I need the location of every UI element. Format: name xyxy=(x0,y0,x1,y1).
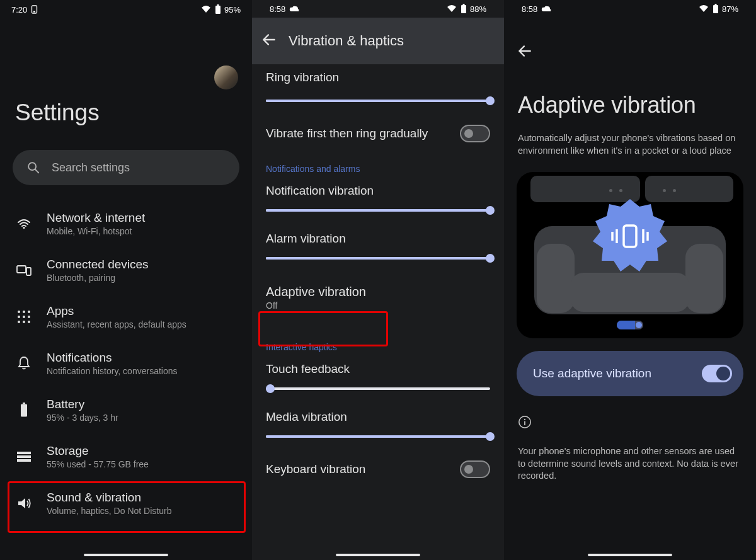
svg-rect-26 xyxy=(713,5,718,13)
slider-label: Touch feedback xyxy=(266,362,490,376)
status-time: 7:20 xyxy=(11,5,27,14)
slider-track[interactable] xyxy=(266,257,490,260)
svg-rect-21 xyxy=(17,455,31,458)
settings-item-notifications[interactable]: Notifications Notification history, conv… xyxy=(0,340,252,387)
use-adaptive-vibration-toggle[interactable]: Use adaptive vibration xyxy=(517,351,743,396)
bell-icon xyxy=(16,356,32,371)
nav-pill[interactable] xyxy=(588,554,672,556)
devices-icon xyxy=(16,264,32,277)
page-subtitle: Automatically adjust your phone's vibrat… xyxy=(504,118,756,157)
svg-point-9 xyxy=(18,311,20,313)
vibrate-first-toggle[interactable]: Vibrate first then ring gradually xyxy=(252,116,504,151)
svg-point-6 xyxy=(23,227,25,229)
slider-label: Notification vibration xyxy=(266,184,490,198)
storage-icon xyxy=(16,450,32,463)
battery-status-icon xyxy=(215,4,221,14)
toggle-label: Use adaptive vibration xyxy=(533,367,651,380)
settings-item-apps[interactable]: Apps Assistant, recent apps, default app… xyxy=(0,294,252,340)
slider-track[interactable] xyxy=(266,435,490,438)
nav-pill[interactable] xyxy=(336,554,420,556)
info-note: Your phone's microphone and other sensor… xyxy=(504,431,756,483)
search-settings[interactable]: Search settings xyxy=(13,150,239,185)
vibration-haptics-panel: 8:58 88% Vibration & haptics Ring vibrat… xyxy=(252,0,504,560)
settings-item-connected-devices[interactable]: Connected devices Bluetooth, pairing xyxy=(0,247,252,294)
svg-rect-18 xyxy=(23,403,25,404)
svg-rect-25 xyxy=(714,4,716,5)
wifi-icon xyxy=(16,217,32,230)
panel-body: Ring vibration Vibrate first then ring g… xyxy=(252,64,504,560)
media-vibration-slider[interactable]: Media vibration xyxy=(252,404,504,452)
cloud-icon xyxy=(541,6,551,12)
touch-feedback-slider[interactable]: Touch feedback xyxy=(252,356,504,404)
section-label: Notifications and alarms xyxy=(252,151,504,178)
back-button[interactable] xyxy=(517,50,533,61)
wifi-status-icon xyxy=(698,4,709,13)
svg-rect-7 xyxy=(17,266,26,273)
item-sub: Assistant, recent apps, default apps xyxy=(47,319,186,329)
page-title: Adaptive vibration xyxy=(504,69,756,118)
settings-item-storage[interactable]: Storage 55% used - 57.75 GB free xyxy=(0,433,252,480)
item-sub: Volume, haptics, Do Not Disturb xyxy=(47,506,171,516)
status-battery-pct: 87% xyxy=(722,4,738,14)
info-icon xyxy=(518,415,742,431)
slider-track[interactable] xyxy=(266,387,490,390)
switch[interactable] xyxy=(702,365,732,382)
section-label: Interactive haptics xyxy=(252,324,504,356)
ring-vibration-slider[interactable]: Ring vibration xyxy=(252,64,504,116)
item-title: Sound & vibration xyxy=(47,491,171,505)
item-title: Network & internet xyxy=(47,211,145,225)
vibration-badge-icon xyxy=(589,195,671,280)
keyboard-vibration-toggle[interactable]: Keyboard vibration xyxy=(252,452,504,487)
illustration-card xyxy=(517,172,743,338)
item-sub: 55% used - 57.75 GB free xyxy=(47,459,149,469)
svg-point-16 xyxy=(23,321,25,323)
slider-track[interactable] xyxy=(266,100,490,102)
nav-pill[interactable] xyxy=(84,554,168,556)
switch[interactable] xyxy=(460,460,490,478)
search-icon xyxy=(26,161,40,174)
settings-item-network[interactable]: Network & internet Mobile, Wi-Fi, hotspo… xyxy=(0,200,252,247)
slider-label: Ring vibration xyxy=(266,71,490,84)
item-sub: Bluetooth, pairing xyxy=(47,273,149,283)
toggle-label: Vibrate first then ring gradually xyxy=(266,127,428,140)
svg-rect-23 xyxy=(462,4,464,5)
back-button[interactable] xyxy=(261,31,277,50)
svg-point-13 xyxy=(23,316,25,318)
settings-item-sound-vibration[interactable]: Sound & vibration Volume, haptics, Do No… xyxy=(0,480,252,527)
notification-vibration-slider[interactable]: Notification vibration xyxy=(252,178,504,226)
status-time: 8:58 xyxy=(270,4,285,14)
svg-rect-20 xyxy=(17,452,31,454)
alarm-vibration-slider[interactable]: Alarm vibration xyxy=(252,226,504,273)
settings-item-battery[interactable]: Battery 95% - 3 days, 3 hr xyxy=(0,387,252,433)
link-sub: Off xyxy=(266,300,490,311)
item-title: Connected devices xyxy=(47,258,149,271)
search-placeholder: Search settings xyxy=(52,161,130,174)
svg-rect-19 xyxy=(21,404,27,417)
item-sub: 95% - 3 days, 3 hr xyxy=(47,413,118,423)
item-title: Storage xyxy=(47,444,149,458)
page-title: Settings xyxy=(0,100,252,126)
status-battery-pct: 95% xyxy=(224,5,241,14)
header-title: Vibration & haptics xyxy=(289,33,404,49)
wifi-status-icon xyxy=(446,4,457,13)
svg-rect-1 xyxy=(33,11,35,13)
item-title: Notifications xyxy=(47,351,178,365)
status-bar: 7:20 95% xyxy=(0,0,252,19)
settings-panel: 7:20 95% Settings Search settings xyxy=(0,0,252,560)
cloud-icon xyxy=(289,6,299,12)
item-title: Apps xyxy=(47,304,186,318)
svg-line-5 xyxy=(35,169,39,173)
switch[interactable] xyxy=(460,125,490,142)
slider-track[interactable] xyxy=(266,209,490,212)
svg-rect-22 xyxy=(17,459,31,462)
svg-point-14 xyxy=(28,316,30,318)
adaptive-vibration-link[interactable]: Adaptive vibration Off xyxy=(252,273,504,324)
adaptive-vibration-panel: 8:58 87% Adaptive vibration Automaticall… xyxy=(504,0,756,560)
sound-icon xyxy=(16,496,32,510)
profile-avatar[interactable] xyxy=(214,66,238,89)
svg-point-15 xyxy=(18,321,20,323)
link-title: Adaptive vibration xyxy=(266,285,490,299)
settings-list: Network & internet Mobile, Wi-Fi, hotspo… xyxy=(0,200,252,527)
slider-label: Media vibration xyxy=(266,410,490,424)
svg-point-10 xyxy=(23,311,25,313)
